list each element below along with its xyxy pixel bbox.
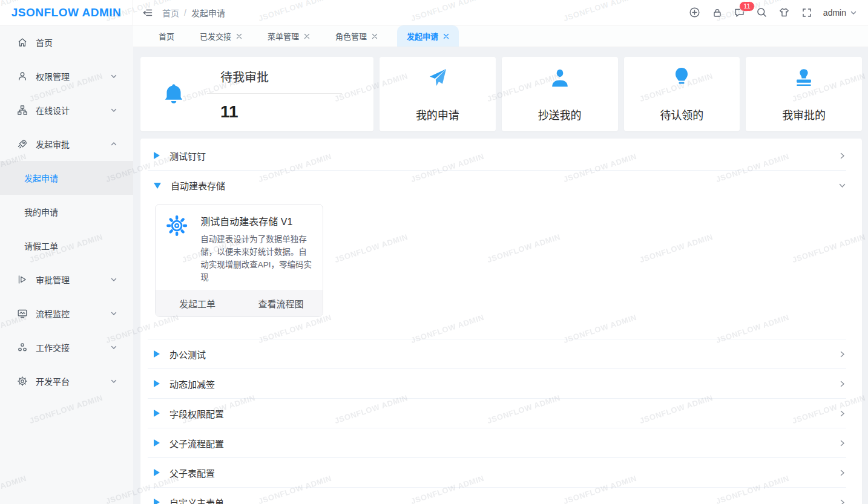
accordion-row-office-test[interactable]: 办公测试 xyxy=(148,339,846,369)
sidebar-item-work-handover[interactable]: 工作交接 xyxy=(0,330,133,364)
bulb-icon xyxy=(671,67,692,91)
accordion-row-custom-main-form[interactable]: 自定义主表单 xyxy=(148,488,846,504)
sidebar-item-label: 首页 xyxy=(36,36,117,48)
sidebar-subitem-initiate-request[interactable]: 发起申请 xyxy=(0,161,133,195)
card-label: 我审批的 xyxy=(782,106,826,122)
tab-sent-handover[interactable]: 已发交接 xyxy=(194,25,248,47)
accordion-row-dingtalk-test[interactable]: 测试钉钉 xyxy=(148,141,846,171)
notification-badge: 11 xyxy=(739,1,755,11)
chevron-right-icon xyxy=(838,439,846,447)
sidebar: 首页 权限管理 在线设计 发起审批 发起申请 我的申请 请假工单 xyxy=(0,25,133,504)
sidebar-item-dev-platform[interactable]: 开发平台 xyxy=(0,364,133,398)
sidebar-item-label: 权限管理 xyxy=(36,70,110,82)
sidebar-item-approval-management[interactable]: 审批管理 xyxy=(0,263,133,296)
tab-home[interactable]: 首页 xyxy=(153,25,180,47)
chevron-right-icon xyxy=(838,410,846,417)
monitor-icon xyxy=(17,308,28,319)
chevron-down-icon xyxy=(110,310,117,317)
close-icon[interactable] xyxy=(304,33,310,39)
sidebar-item-label: 审批管理 xyxy=(36,273,110,286)
accordion-row-label: 动态加减签 xyxy=(169,378,838,390)
to-claim-card[interactable]: 待认领的 xyxy=(624,57,740,131)
sidebar-subitem-label: 请假工单 xyxy=(24,240,58,252)
bell-icon xyxy=(160,81,188,108)
user-menu[interactable]: admin xyxy=(823,8,857,18)
app-logo: JSONFLOW ADMIN xyxy=(0,0,133,25)
close-icon[interactable] xyxy=(443,33,449,39)
person-icon xyxy=(548,67,571,90)
pending-approval-card[interactable]: 待我审批 11 xyxy=(140,57,373,131)
close-icon[interactable] xyxy=(372,33,378,39)
design-icon xyxy=(17,105,28,116)
add-circle-icon[interactable] xyxy=(689,7,701,19)
gear-icon xyxy=(17,376,28,387)
fullscreen-icon[interactable] xyxy=(801,7,813,19)
menu-fold-icon[interactable] xyxy=(142,7,154,19)
chevron-right-icon xyxy=(838,499,846,504)
lock-icon[interactable] xyxy=(711,7,723,19)
approved-by-me-card[interactable]: 我审批的 xyxy=(746,57,862,131)
chevron-right-icon xyxy=(838,380,846,388)
tab-label: 菜单管理 xyxy=(268,30,299,42)
cc-to-me-card[interactable]: 抄送我的 xyxy=(502,57,618,131)
tab-label: 已发交接 xyxy=(200,30,231,42)
chevron-down-icon xyxy=(838,182,846,189)
theme-shirt-icon[interactable] xyxy=(778,7,791,19)
process-description: 自动建表设计为了数据单独存储，以便未来好统计数据。自动实现增删改查API，零编码… xyxy=(200,233,314,284)
search-icon[interactable] xyxy=(756,7,768,19)
tab-menu-management[interactable]: 菜单管理 xyxy=(261,25,316,47)
user-icon xyxy=(17,71,28,82)
pending-approval-count: 11 xyxy=(207,102,342,122)
message-icon[interactable]: 11 xyxy=(734,7,746,19)
accordion-row-parent-child-table[interactable]: 父子表配置 xyxy=(148,458,846,488)
pending-approval-title: 待我审批 xyxy=(207,68,342,85)
divider xyxy=(207,93,342,94)
chevron-down-icon xyxy=(110,344,117,351)
chevron-right-icon xyxy=(838,152,846,160)
process-card-footer: 发起工单 查看流程图 xyxy=(156,290,323,316)
close-icon[interactable] xyxy=(236,33,242,39)
accordion-row-label: 父子表配置 xyxy=(169,466,838,479)
triangle-right-icon xyxy=(154,350,160,358)
card-label: 我的申请 xyxy=(416,106,459,122)
sidebar-item-online-design[interactable]: 在线设计 xyxy=(0,93,133,127)
accordion-row-field-permission[interactable]: 字段权限配置 xyxy=(148,399,846,428)
triangle-down-icon xyxy=(154,183,161,189)
view-flowchart-button[interactable]: 查看流程图 xyxy=(239,290,323,316)
breadcrumb-current: 发起申请 xyxy=(191,7,225,19)
breadcrumb-home[interactable]: 首页 xyxy=(162,7,179,19)
home-icon xyxy=(17,37,28,48)
breadcrumb: 首页 / 发起申请 xyxy=(162,7,225,19)
sidebar-item-home[interactable]: 首页 xyxy=(0,25,133,59)
sidebar-subitem-my-requests[interactable]: 我的申请 xyxy=(0,195,133,229)
sidebar-item-label: 流程监控 xyxy=(36,307,110,319)
tab-role-management[interactable]: 角色管理 xyxy=(329,25,384,47)
accordion-row-parent-child-process[interactable]: 父子流程配置 xyxy=(148,428,846,458)
app-header: JSONFLOW ADMIN 首页 / 发起申请 11 xyxy=(0,0,868,25)
sidebar-item-label: 发起审批 xyxy=(36,138,110,150)
chevron-up-icon xyxy=(110,140,117,148)
sidebar-subitem-leave-ticket[interactable]: 请假工单 xyxy=(0,229,133,263)
accordion-row-label: 办公测试 xyxy=(169,348,838,361)
my-requests-card[interactable]: 我的申请 xyxy=(380,57,496,131)
breadcrumb-separator: / xyxy=(184,8,186,18)
tab-label: 发起申请 xyxy=(407,30,438,42)
accordion-expanded-content: 测试自动建表存储 V1 自动建表设计为了数据单独存储，以便未来好统计数据。自动实… xyxy=(148,200,846,339)
triangle-right-icon xyxy=(154,439,160,447)
sidebar-item-initiate-approval[interactable]: 发起审批 xyxy=(0,127,133,161)
accordion-row-dynamic-sign[interactable]: 动态加减签 xyxy=(148,369,846,399)
accordion-row-auto-table-storage[interactable]: 自动建表存储 xyxy=(148,171,846,200)
sidebar-item-permissions[interactable]: 权限管理 xyxy=(0,59,133,93)
process-card[interactable]: 测试自动建表存储 V1 自动建表设计为了数据单独存储，以便未来好统计数据。自动实… xyxy=(155,204,323,317)
tab-initiate-request[interactable]: 发起申请 xyxy=(397,25,459,47)
chevron-down-icon xyxy=(110,276,117,283)
start-ticket-button[interactable]: 发起工单 xyxy=(156,290,239,316)
sidebar-item-process-monitor[interactable]: 流程监控 xyxy=(0,296,133,330)
card-label: 抄送我的 xyxy=(538,106,582,122)
rocket-icon xyxy=(17,139,28,149)
chevron-down-icon xyxy=(110,73,117,80)
gear-icon xyxy=(165,214,188,238)
accordion-row-label: 字段权限配置 xyxy=(169,407,838,420)
sidebar-subitem-label: 我的申请 xyxy=(24,206,58,218)
triangle-right-icon xyxy=(154,499,160,504)
